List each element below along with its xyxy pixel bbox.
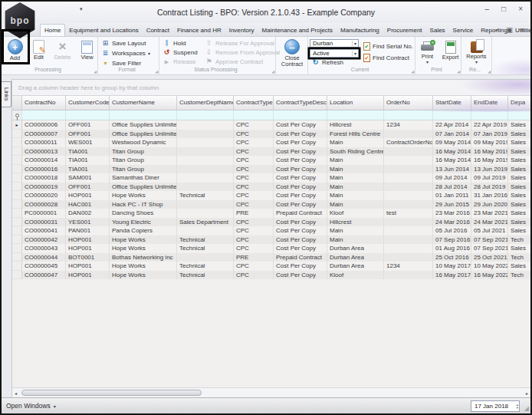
grid-cell-customername[interactable]: Hope Works bbox=[110, 191, 177, 200]
grid-cell-customercode[interactable]: HOP001 bbox=[66, 262, 110, 271]
grid-cell-location[interactable]: Main bbox=[327, 183, 384, 192]
grid-cell-startdate[interactable]: 24 Mar 2016 bbox=[433, 218, 471, 227]
grid-cell-startdate[interactable]: 23 Mar 2016 bbox=[433, 209, 471, 218]
refresh-button[interactable]: ↻ Refresh bbox=[310, 58, 359, 67]
table-row[interactable]: CO0000044BOT0001Bothas Networking incPRE… bbox=[12, 253, 530, 262]
table-row[interactable]: CO0000045HOP001Hope WorksTechnicalCPCCos… bbox=[12, 262, 530, 271]
grid-cell-customercode[interactable]: SAM001 bbox=[66, 173, 110, 183]
grid-cell-customerdeptname[interactable]: Technical bbox=[177, 271, 234, 280]
grid-cell-customerdeptname[interactable] bbox=[177, 156, 234, 165]
grid-cell-depa[interactable]: Sales bbox=[508, 262, 530, 271]
grid-cell-customername[interactable]: Hope Works bbox=[110, 235, 177, 245]
grid-cell-enddate[interactable]: 13 Jun 2019 bbox=[471, 165, 508, 174]
chevron-down-icon[interactable]: ▾ bbox=[352, 41, 357, 46]
grid-cell-customerdeptname[interactable] bbox=[177, 209, 234, 218]
grid-cell-enddate[interactable]: 25 Oct 2021 bbox=[471, 253, 508, 262]
grid-cell-customercode[interactable]: HOP001 bbox=[66, 244, 110, 253]
row-selector-cell[interactable] bbox=[12, 200, 22, 209]
release-for-approval-button[interactable]: ⇧ Release For Approval bbox=[203, 38, 274, 48]
grid-cell-contracttype[interactable]: CPC bbox=[234, 120, 274, 130]
scroll-left-icon[interactable]: ◂ bbox=[15, 390, 17, 396]
grid-cell-customerdeptname[interactable] bbox=[177, 253, 234, 262]
filter-cell-orderno[interactable] bbox=[384, 110, 433, 120]
grid-cell-contracttype[interactable]: CPC bbox=[234, 191, 274, 200]
grid-cell-startdate[interactable]: 07 Jan 2014 bbox=[433, 130, 471, 139]
grid-cell-customercode[interactable]: HAC001 bbox=[66, 200, 110, 209]
grid-cell-location[interactable]: Hillcrest bbox=[327, 218, 384, 227]
grid-cell-contracttype[interactable]: CPC bbox=[234, 262, 274, 271]
tab-inventory[interactable]: Inventory bbox=[225, 25, 258, 36]
grid-cell-location[interactable]: Durban Area bbox=[327, 244, 384, 253]
grid-cell-contracttypedesc[interactable]: Cost Per Copy bbox=[274, 271, 327, 280]
grid-cell-startdate[interactable]: 09 May 2014 bbox=[433, 138, 471, 147]
grid-cell-customerdeptname[interactable] bbox=[177, 173, 234, 183]
grid-cell-customername[interactable]: Panda Copiers bbox=[110, 226, 177, 235]
grid-cell-customername[interactable]: Office Supplies Unlimited bbox=[110, 130, 177, 139]
grid-cell-contracttype[interactable]: CPC bbox=[234, 235, 274, 245]
grid-cell-startdate[interactable]: 22 Apr 2014 bbox=[433, 120, 471, 130]
grid-cell-enddate[interactable]: 16 May 2022 bbox=[471, 271, 508, 280]
grid-cell-customercode[interactable]: OFF001 bbox=[66, 183, 110, 192]
grid-cell-enddate[interactable]: 09 Jul 2019 bbox=[471, 173, 508, 183]
row-selector-cell[interactable] bbox=[12, 156, 22, 165]
grid-cell-enddate[interactable]: 09 May 2019 bbox=[471, 138, 508, 147]
table-row[interactable]: CO0000016TIA001Titan GroupCPCCost Per Co… bbox=[12, 165, 530, 174]
view-button[interactable]: View bbox=[76, 38, 98, 66]
grid-cell-startdate[interactable]: 29 Jun 2015 bbox=[433, 200, 471, 209]
grid-cell-contracttypedesc[interactable]: Cost Per Copy bbox=[274, 191, 327, 200]
grid-cell-customercode[interactable]: TIA001 bbox=[66, 156, 110, 165]
column-header-contracttype[interactable]: ContractType bbox=[234, 96, 274, 110]
grid-cell-contracttype[interactable]: PRE bbox=[234, 209, 274, 218]
table-row[interactable]: CO0000019OFF001Office Supplies Unlimited… bbox=[12, 183, 530, 192]
grid-cell-depa[interactable]: Sales bbox=[508, 226, 530, 235]
reports-button[interactable]: Reports ▾ bbox=[463, 38, 490, 65]
grid-cell-depa[interactable]: Sales bbox=[508, 120, 530, 130]
quick-access-dropdown-icon[interactable]: ▾ bbox=[80, 6, 83, 12]
grid-cell-orderno[interactable] bbox=[384, 244, 433, 253]
grid-cell-contractno[interactable]: CO0000028 bbox=[22, 200, 66, 209]
grid-cell-customername[interactable]: Young Electric bbox=[110, 218, 177, 227]
grid-cell-location[interactable]: Hillcrest bbox=[327, 120, 384, 130]
grid-cell-contracttype[interactable]: CPC bbox=[234, 138, 274, 147]
grid-cell-orderno[interactable] bbox=[384, 191, 433, 200]
grid-cell-contractno[interactable]: CO0000013 bbox=[22, 147, 66, 156]
status-filter-combobox[interactable]: Active ▾ bbox=[310, 49, 359, 58]
grid-cell-customerdeptname[interactable] bbox=[177, 165, 234, 174]
grid-cell-enddate[interactable]: 22 Apr 2019 bbox=[471, 120, 508, 130]
mdi-minimize-icon[interactable]: – bbox=[494, 26, 498, 34]
grid-cell-contractno[interactable]: CO0000045 bbox=[22, 262, 66, 271]
grid-cell-customerdeptname[interactable]: Technical bbox=[177, 235, 234, 245]
maximize-icon[interactable]: □ bbox=[501, 5, 506, 13]
grid-cell-contracttype[interactable]: CPC bbox=[234, 200, 274, 209]
grid-cell-customercode[interactable]: WES001 bbox=[66, 138, 110, 147]
grid-cell-orderno[interactable] bbox=[384, 183, 433, 192]
grid-cell-depa[interactable]: Sales bbox=[508, 165, 530, 174]
grid-cell-contracttype[interactable]: CPC bbox=[234, 147, 274, 156]
grid-cell-depa[interactable]: Tech bbox=[508, 271, 530, 280]
grid-cell-customercode[interactable]: PAN001 bbox=[66, 226, 110, 235]
grid-cell-customerdeptname[interactable]: Sales Department bbox=[177, 218, 234, 227]
table-row[interactable]: CO0000013TIA001Titan GroupCPCCost Per Co… bbox=[12, 147, 530, 156]
grid-cell-location[interactable]: South Riding Centre bbox=[327, 147, 384, 156]
grid-cell-depa[interactable]: Sales bbox=[508, 130, 530, 139]
tab-maintenance-and-projects[interactable]: Maintenance and Projects bbox=[258, 25, 337, 36]
filter-pin-icon[interactable] bbox=[12, 110, 22, 120]
open-windows-button[interactable]: Open Windows ▾ bbox=[6, 402, 56, 410]
grid-cell-contracttype[interactable]: CPC bbox=[234, 165, 274, 174]
filter-cell-location[interactable] bbox=[327, 110, 384, 120]
resize-grip-icon[interactable]: ◢ bbox=[524, 405, 529, 412]
grid-cell-customercode[interactable]: HOP001 bbox=[66, 235, 110, 245]
grid-cell-orderno[interactable]: 1234 bbox=[384, 262, 433, 271]
tab-finance-and-hr[interactable]: Finance and HR bbox=[173, 25, 225, 36]
grid-cell-customername[interactable]: Hope Works bbox=[110, 262, 177, 271]
grid-cell-enddate[interactable]: 05 Jul 2021 bbox=[471, 226, 508, 235]
grid-cell-contractno[interactable]: CO0000011 bbox=[22, 138, 66, 147]
grid-cell-depa[interactable]: Tech bbox=[508, 253, 530, 262]
grid-cell-depa[interactable]: Sales bbox=[508, 138, 530, 147]
filter-cell-customerdeptname[interactable] bbox=[177, 110, 234, 120]
grid-cell-enddate[interactable]: 28 Jul 2019 bbox=[471, 183, 508, 192]
grid-cell-enddate[interactable]: 16 May 2019 bbox=[471, 156, 508, 165]
mdi-close-icon[interactable]: × bbox=[521, 26, 524, 34]
grid-cell-contracttypedesc[interactable]: Cost Per Copy bbox=[274, 218, 327, 227]
grid-cell-customerdeptname[interactable] bbox=[177, 120, 234, 130]
